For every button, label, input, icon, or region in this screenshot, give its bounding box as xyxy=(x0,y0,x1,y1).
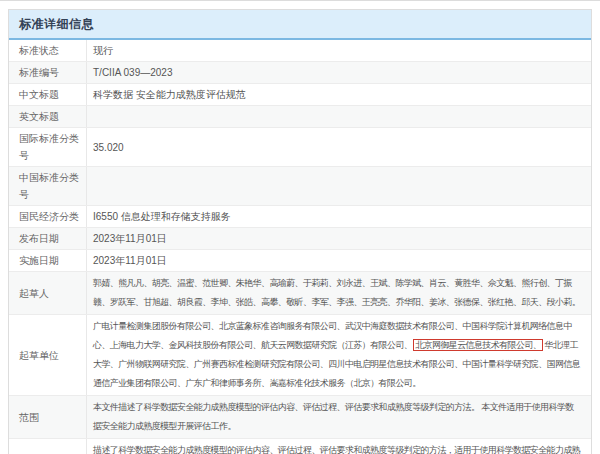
row-label: 英文标题 xyxy=(9,106,87,127)
table-row: 范围本文件描述了科学数据安全能力成熟度模型的评估内容、评估过程、评估要求和成熟度… xyxy=(9,396,591,439)
row-value-text: 2023年11月01日 xyxy=(93,252,167,269)
row-label: 中国标准分类号 xyxy=(9,167,87,205)
row-value-text: 科学数据 安全能力成熟度评估规范 xyxy=(93,86,246,103)
row-label: 主要技术内容 xyxy=(9,439,87,454)
standard-detail-page: 标准详细信息 标准状态现行标准编号T/CIIA 039—2023中文标题科学数据… xyxy=(0,1,600,454)
row-label: 标准状态 xyxy=(9,40,87,61)
row-value xyxy=(87,167,591,205)
table-row: 实施日期2023年11月01日 xyxy=(9,250,591,272)
table-row: 英文标题 xyxy=(9,106,591,128)
table-row: 国际标准分类号35.020 xyxy=(9,128,591,167)
row-value: 科学数据 安全能力成熟度评估规范 xyxy=(87,84,591,105)
highlighted-drafting-unit: 北京网御星云信息技术有限公司、 xyxy=(413,339,543,351)
row-value-text: 郭婧、熊凡凡、胡亮、温蜜、范世卿、朱艳华、高瑜蔚、于莉莉、刘永进、王斌、陈学斌、… xyxy=(93,274,581,312)
row-value: 广电计量检测集团股份有限公司、北京蓝象标准咨询服务有限公司、武汉中海庭数据技术有… xyxy=(87,315,591,395)
row-value: 描述了科学数据安全能力成熟度模型的评估内容、评估过程、评估要求和成熟度等级判定的… xyxy=(87,439,591,454)
row-value: I6550 信息处理和存储支持服务 xyxy=(87,206,591,227)
row-value: 35.020 xyxy=(87,128,591,166)
row-value: T/CIIA 039—2023 xyxy=(87,62,591,83)
row-label: 起草单位 xyxy=(9,315,87,395)
row-value xyxy=(87,106,591,127)
table-row: 中文标题科学数据 安全能力成熟度评估规范 xyxy=(9,84,591,106)
row-value-text: 2023年11月01日 xyxy=(93,230,167,247)
table-row: 标准状态现行 xyxy=(9,40,591,62)
row-value-text: 35.020 xyxy=(93,139,124,156)
table-row: 国民经济分类I6550 信息处理和存储支持服务 xyxy=(9,206,591,228)
row-value-text: T/CIIA 039—2023 xyxy=(93,64,173,81)
row-value-text: 现行 xyxy=(93,42,113,59)
table-header-title: 标准详细信息 xyxy=(9,10,591,40)
table-row: 中国标准分类号 xyxy=(9,167,591,206)
row-value-text: 本文件描述了科学数据安全能力成熟度模型的评估内容、评估过程、评估要求和成熟度等级… xyxy=(93,398,581,436)
row-label: 起草人 xyxy=(9,272,87,314)
row-value: 郭婧、熊凡凡、胡亮、温蜜、范世卿、朱艳华、高瑜蔚、于莉莉、刘永进、王斌、陈学斌、… xyxy=(87,272,591,314)
row-value-text: I6550 信息处理和存储支持服务 xyxy=(93,208,231,225)
standard-detail-table: 标准详细信息 标准状态现行标准编号T/CIIA 039—2023中文标题科学数据… xyxy=(8,9,592,454)
table-body: 标准状态现行标准编号T/CIIA 039—2023中文标题科学数据 安全能力成熟… xyxy=(9,40,591,454)
row-value: 现行 xyxy=(87,40,591,61)
row-label: 范围 xyxy=(9,396,87,438)
table-row: 标准编号T/CIIA 039—2023 xyxy=(9,62,591,84)
table-row: 起草单位广电计量检测集团股份有限公司、北京蓝象标准咨询服务有限公司、武汉中海庭数… xyxy=(9,315,591,396)
row-value-text: 描述了科学数据安全能力成熟度模型的评估内容、评估过程、评估要求和成熟度等级判定的… xyxy=(93,441,581,454)
table-row: 主要技术内容描述了科学数据安全能力成熟度模型的评估内容、评估过程、评估要求和成熟… xyxy=(9,439,591,454)
row-label: 国民经济分类 xyxy=(9,206,87,227)
table-row: 起草人郭婧、熊凡凡、胡亮、温蜜、范世卿、朱艳华、高瑜蔚、于莉莉、刘永进、王斌、陈… xyxy=(9,272,591,315)
table-row: 发布日期2023年11月01日 xyxy=(9,228,591,250)
row-label: 国际标准分类号 xyxy=(9,128,87,166)
row-label: 发布日期 xyxy=(9,228,87,249)
row-value: 2023年11月01日 xyxy=(87,228,591,249)
row-label: 中文标题 xyxy=(9,84,87,105)
row-label: 标准编号 xyxy=(9,62,87,83)
row-value: 2023年11月01日 xyxy=(87,250,591,271)
row-value: 本文件描述了科学数据安全能力成熟度模型的评估内容、评估过程、评估要求和成熟度等级… xyxy=(87,396,591,438)
row-label: 实施日期 xyxy=(9,250,87,271)
